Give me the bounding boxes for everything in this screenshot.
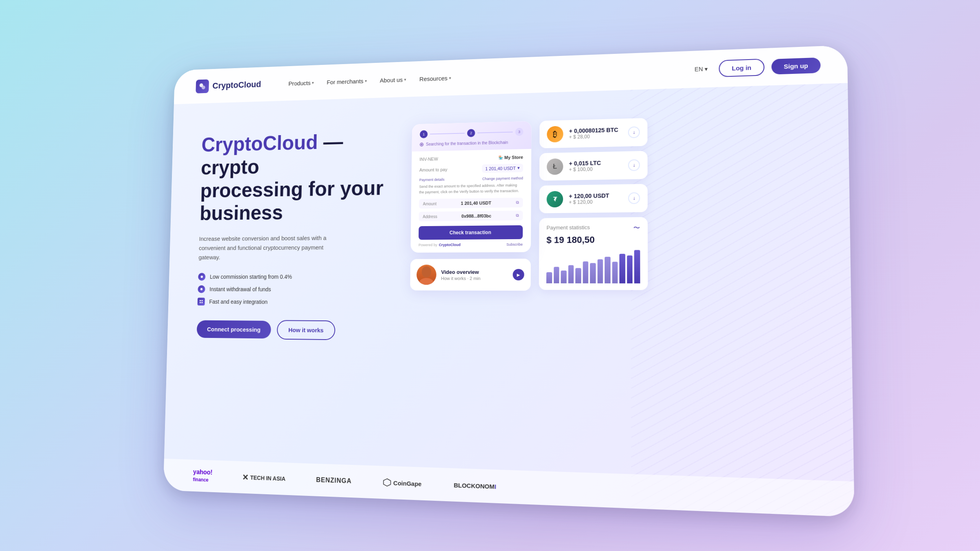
video-title: Video overview — [441, 269, 508, 275]
bar-4 — [575, 268, 581, 283]
feature-icon-integration — [197, 298, 205, 306]
payment-invoice-row: INV-NEW 🏪 My Store — [419, 155, 523, 162]
feature-text-withdrawal: Instant withdrawal of funds — [209, 286, 271, 293]
svg-rect-7 — [201, 302, 203, 303]
hero-right: 1 2 3 Searching for the transaction in t… — [408, 109, 817, 498]
payment-steps: 1 2 3 — [420, 128, 523, 138]
bar-12 — [634, 250, 640, 284]
payment-details-title: Payment details Change payment method — [419, 176, 523, 182]
bar-6 — [590, 263, 596, 284]
bar-10 — [619, 254, 625, 284]
btc-info: + 0,00080125 BTC + $ 28,00 — [569, 127, 622, 140]
chevron-down-icon: ▾ — [404, 77, 406, 82]
nav-item-about[interactable]: About us ▾ — [374, 73, 412, 87]
feature-icon-withdrawal — [198, 285, 205, 293]
language-selector[interactable]: EN ▾ — [690, 63, 712, 75]
feature-icon-commission — [198, 273, 205, 281]
payment-details-section: Payment details Change payment method Se… — [419, 176, 523, 247]
usdt-direction-icon: ↓ — [628, 192, 640, 204]
btc-direction-icon: ↓ — [628, 127, 640, 138]
payment-detail-text: Send the exact amount to the specified a… — [419, 182, 523, 195]
bar-5 — [583, 261, 588, 283]
feature-text-integration: Fast and easy integration — [209, 299, 267, 305]
check-transaction-button[interactable]: Check transaction — [419, 225, 523, 240]
nav-item-products[interactable]: Products ▾ — [283, 76, 319, 90]
btc-usd: + $ 28,00 — [569, 133, 622, 140]
powered-by: Powered by CryptoCloud — [419, 243, 461, 247]
store-name: 🏪 My Store — [498, 155, 523, 160]
store-icon: 🏪 — [498, 156, 503, 160]
bar-9 — [612, 262, 618, 284]
nav-item-merchants[interactable]: For merchants ▾ — [321, 74, 372, 89]
hero-title-brand: CryptoCloud — [201, 131, 318, 156]
logo[interactable]: CryptoCloud — [196, 78, 261, 93]
amount-selector[interactable]: 1 201,40 USDT ▾ — [482, 164, 523, 173]
press-logo-bloconomist: BLOCKONOMI — [454, 481, 496, 490]
bar-3 — [568, 265, 574, 283]
svg-marker-12 — [383, 479, 391, 487]
bar-0 — [546, 272, 552, 283]
video-subtitle: How it works · 2 min — [441, 276, 508, 280]
svg-rect-5 — [202, 300, 203, 301]
press-logo-benzinga: BENZINGA — [316, 476, 352, 485]
payment-widget-header: 1 2 3 Searching for the transaction in t… — [412, 121, 531, 152]
hero-section: CryptoCloud — cryptoprocessing for yourb… — [163, 83, 855, 517]
payment-card-body: INV-NEW 🏪 My Store Amount to pay 1 201,4… — [410, 149, 531, 253]
crypto-transaction-ltc: Ł + 0,015 LTC + $ 100,00 ↓ — [539, 151, 648, 181]
bar-8 — [605, 257, 610, 283]
usdt-amount: + 120,00 USDT — [569, 192, 622, 200]
ltc-usd: + $ 100,00 — [569, 166, 622, 172]
ltc-direction-icon: ↓ — [628, 159, 640, 171]
usdt-info: + 120,00 USDT + $ 120,00 — [569, 192, 622, 205]
bar-1 — [554, 267, 559, 283]
features-list: Low commission starting from 0.4% Instan… — [197, 273, 394, 307]
usdt-usd: + $ 120,00 — [569, 199, 622, 205]
connect-processing-button[interactable]: Connect processing — [196, 320, 271, 339]
ltc-info: + 0,015 LTC + $ 100,00 — [569, 159, 622, 173]
login-button[interactable]: Log in — [719, 58, 764, 77]
bar-11 — [627, 256, 633, 283]
copy-icon[interactable]: ⧉ — [516, 200, 519, 205]
chevron-down-icon: ▾ — [517, 165, 520, 171]
bar-chart — [546, 250, 640, 284]
btc-icon: ₿ — [547, 126, 563, 142]
payment-widget: 1 2 3 Searching for the transaction in t… — [410, 121, 531, 253]
hero-buttons: Connect processing How it works — [196, 320, 394, 341]
payment-footer: Powered by CryptoCloud Subscribe — [419, 242, 523, 247]
how-it-works-button[interactable]: How it works — [277, 320, 335, 340]
video-play-button[interactable]: ▶ — [513, 269, 524, 280]
wave-icon: 〜 — [633, 224, 640, 233]
stats-amount: $ 19 180,50 — [546, 234, 640, 246]
subscribe-link[interactable]: Subscribe — [506, 242, 523, 247]
usdt-icon: ₮ — [547, 191, 563, 208]
right-panel: ₿ + 0,00080125 BTC + $ 28,00 ↓ Ł + 0,015… — [539, 118, 648, 290]
press-logo-techinasia: ✕ TECH IN ASIA — [242, 473, 285, 484]
payment-searching-text: Searching for the transaction in the Blo… — [420, 140, 523, 147]
crypto-transaction-usdt: ₮ + 120,00 USDT + $ 120,00 ↓ — [539, 184, 648, 213]
payment-detail-amount: Amount 1 201,40 USDT ⧉ — [419, 198, 523, 209]
video-info: Video overview How it works · 2 min — [441, 269, 508, 280]
invoice-id: INV-NEW — [419, 156, 438, 162]
ltc-icon: Ł — [547, 158, 563, 175]
step-payment: 2 — [467, 129, 475, 137]
press-logo-coingape: CoinGape — [383, 478, 422, 488]
hero-left: CryptoCloud — cryptoprocessing for yourb… — [193, 121, 397, 483]
payment-amount-row: Amount to pay 1 201,40 USDT ▾ — [419, 164, 523, 174]
feature-text-commission: Low commission starting from 0.4% — [210, 274, 292, 280]
chevron-down-icon: ▾ — [312, 80, 314, 85]
payment-detail-address: Address 0x988...8f03bc ⧉ — [419, 211, 523, 221]
bar-7 — [597, 259, 603, 283]
video-thumbnail — [416, 264, 437, 284]
video-overview-card: Video overview How it works · 2 min ▶ — [410, 259, 531, 291]
stats-header: Payment statistics 〜 — [546, 224, 640, 233]
copy-icon-address[interactable]: ⧉ — [516, 213, 519, 218]
signup-button[interactable]: Sign up — [771, 57, 821, 74]
svg-rect-6 — [200, 302, 201, 303]
logo-icon — [196, 79, 209, 93]
nav-item-resources[interactable]: Resources ▾ — [414, 71, 457, 85]
nav-items: Products ▾ For merchants ▾ About us ▾ Re… — [283, 63, 673, 90]
svg-point-9 — [421, 144, 423, 145]
step-status: 3 — [515, 128, 523, 136]
btc-amount: + 0,00080125 BTC — [569, 127, 622, 134]
svg-rect-4 — [200, 300, 201, 301]
